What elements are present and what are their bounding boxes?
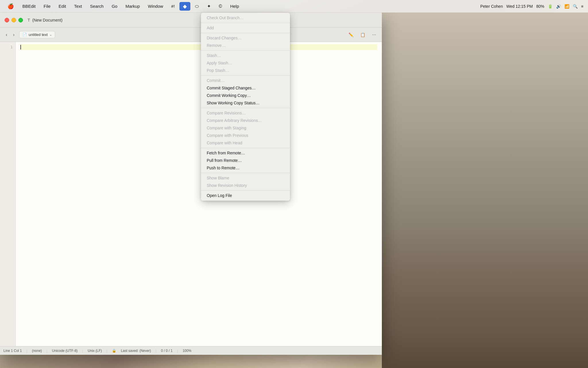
menu-item-commit: Commit… [201, 77, 290, 84]
menu-item-add: Add [201, 24, 290, 32]
menubar-hash[interactable]: #! [168, 3, 178, 10]
menubar-file[interactable]: File [40, 3, 54, 10]
menu-item-compare-head: Compare with Head [201, 139, 290, 147]
back-button[interactable]: ‹ [3, 31, 9, 39]
menu-item-show-blame: Show Blame [201, 174, 290, 182]
menu-item-push-remote[interactable]: Push to Remote… [201, 164, 290, 172]
menu-item-check-out-branch: Check Out Branch… [201, 14, 290, 22]
line-numbers: 1 [0, 42, 16, 346]
menubar-battery: 80% [536, 4, 544, 9]
menubar-bbedit[interactable]: BBEdit [19, 3, 39, 10]
menubar-window[interactable]: Window [144, 3, 167, 10]
menubar-user: Peter Cohen [480, 4, 503, 9]
menubar-text[interactable]: Text [71, 3, 86, 10]
status-stats: 0 / 0 / 1 [161, 349, 173, 353]
menubar-edit[interactable]: Edit [55, 3, 69, 10]
editor-area: 1 [0, 42, 382, 346]
menubar-flame[interactable]: ✦ [204, 2, 214, 10]
menu-item-fetch-remote[interactable]: Fetch from Remote… [201, 149, 290, 157]
minimize-button[interactable] [11, 18, 16, 22]
more-options-icon[interactable]: ⋯ [370, 31, 378, 38]
menubar-git[interactable]: ◆ [179, 2, 190, 11]
menu-item-stash: Stash… [201, 52, 290, 59]
menubar-items: 🍎 BBEdit File Edit Text Search Go Markup… [0, 0, 246, 12]
status-position: Line 1 Col 1 [3, 349, 22, 353]
menubar-c[interactable]: © [215, 3, 226, 10]
doc-type-icon: T [28, 18, 30, 22]
close-button[interactable] [5, 18, 9, 22]
menubar-go[interactable]: Go [108, 3, 121, 10]
menubar-datetime: Wed 12:15 PM [506, 4, 533, 9]
file-tab-icon: 📄 [22, 32, 27, 37]
menu-item-commit-working[interactable]: Commit Working Copy… [201, 92, 290, 99]
file-tab[interactable]: 📄 untitled text ⌄ [19, 31, 55, 38]
menubar: 🍎 BBEdit File Edit Text Search Go Markup… [0, 0, 588, 13]
app-window: T (New Document) ‹ › 📄 untitled text ⌄ ✏… [0, 13, 382, 355]
file-tab-chevron[interactable]: ⌄ [49, 33, 52, 37]
status-last-saved: Last saved: (Never) [121, 349, 151, 353]
menubar-bullets-icon[interactable]: ≡ [581, 4, 583, 9]
status-lock-icon: 🔒 [112, 349, 116, 353]
menu-item-compare-previous: Compare with Previous [201, 132, 290, 139]
menubar-search-icon[interactable]: 🔍 [573, 4, 578, 9]
menu-item-discard-changes: Discard Changes… [201, 34, 290, 42]
menu-item-pull-remote[interactable]: Pull from Remote… [201, 157, 290, 164]
clipboard-icon[interactable]: 📋 [358, 31, 368, 38]
menu-item-show-working-status[interactable]: Show Working Copy Status… [201, 99, 290, 107]
menubar-markup[interactable]: Markup [122, 3, 143, 10]
menu-separator [201, 23, 290, 23]
line-number-1: 1 [0, 44, 13, 50]
menubar-volume-icon: 🔊 [556, 4, 561, 9]
menu-separator [201, 148, 290, 148]
maximize-button[interactable] [18, 18, 23, 22]
forward-button[interactable]: › [11, 31, 17, 39]
menu-item-apply-stash: Apply Stash… [201, 59, 290, 67]
menu-separator [201, 50, 290, 51]
status-syntax[interactable]: (none) [32, 349, 42, 353]
text-cursor [20, 45, 21, 49]
menu-item-pop-stash: Pop Stash… [201, 67, 290, 74]
toolbar: ‹ › 📄 untitled text ⌄ ✏️ 📋 ⋯ [0, 28, 382, 42]
status-encoding[interactable]: Unicode (UTF-8) [52, 349, 78, 353]
file-tab-name: untitled text [29, 32, 48, 37]
traffic-lights [5, 18, 23, 22]
menu-item-compare-revisions: Compare Revisions… [201, 109, 290, 117]
desktop-mountains [382, 13, 588, 368]
menu-item-compare-arbitrary: Compare Arbitrary Revisions… [201, 117, 290, 124]
menu-separator [201, 75, 290, 76]
status-line-ending[interactable]: Unix (LF) [88, 349, 102, 353]
menu-item-open-log-file[interactable]: Open Log File [201, 192, 290, 199]
mountain-background [382, 13, 588, 368]
status-zoom[interactable]: 100% [183, 349, 192, 353]
status-bar: Line 1 Col 1 | (none) | Unicode (UTF-8) … [0, 346, 382, 355]
menubar-search[interactable]: Search [86, 3, 107, 10]
apple-menu[interactable]: 🍎 [3, 2, 18, 11]
menubar-help[interactable]: Help [227, 3, 243, 10]
menubar-right: Peter Cohen Wed 12:15 PM 80% 🔋 🔊 📶 🔍 ≡ [480, 4, 588, 9]
editor-content[interactable] [16, 42, 382, 346]
menu-item-commit-staged[interactable]: Commit Staged Changes… [201, 84, 290, 92]
menubar-dash[interactable]: ⬭ [192, 3, 202, 10]
menu-item-show-revision-history: Show Revision History [201, 182, 290, 189]
title-bar: T (New Document) [0, 13, 382, 28]
menu-separator [201, 108, 290, 108]
menubar-wifi-icon: 📶 [564, 4, 569, 9]
menu-separator [201, 173, 290, 173]
toolbar-nav: ‹ › [3, 31, 17, 39]
menu-item-remove: Remove… [201, 42, 290, 49]
doc-title: (New Document) [32, 18, 63, 22]
cursor-line [20, 44, 377, 50]
menu-item-compare-staging: Compare with Staging [201, 124, 290, 132]
pencil-icon[interactable]: ✏️ [346, 31, 356, 38]
menubar-battery-icon: 🔋 [548, 4, 553, 9]
menu-separator [201, 33, 290, 33]
dropdown-menu: Check Out Branch…AddDiscard Changes…Remo… [201, 13, 290, 201]
menu-separator [201, 190, 290, 191]
